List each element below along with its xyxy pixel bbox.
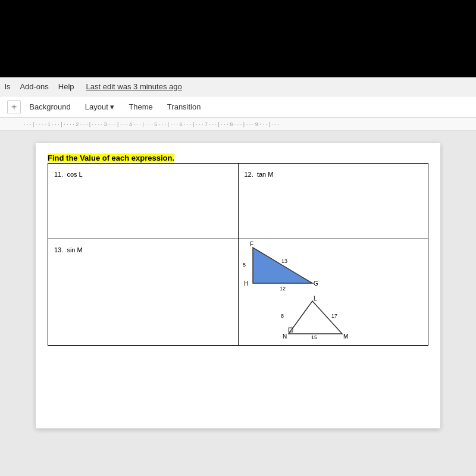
slide-area: Find the Value of each expression. 11. c…	[0, 131, 476, 476]
fh-label: 5	[243, 262, 246, 268]
vertex-L-label: L	[314, 295, 317, 302]
lm-label: 17	[331, 313, 337, 319]
problem-12-content: 12. tan M	[245, 168, 422, 234]
last-edit-label: Last edit was 3 minutes ago	[86, 82, 182, 91]
ruler-marks: · · · | · · · · 1 · · · | · · · · 2 · · …	[24, 121, 279, 127]
vertex-M-label: M	[343, 333, 348, 340]
ln-label: 8	[281, 313, 284, 319]
problem-11-cell: 11. cos L	[48, 164, 239, 239]
background-button[interactable]: Background	[23, 100, 76, 114]
menu-item-help[interactable]: Help	[58, 82, 74, 91]
problem-11-number: 11.	[54, 171, 63, 178]
ruler: · · · | · · · · 1 · · · | · · · · 2 · · …	[0, 118, 476, 131]
vertex-N-label: N	[283, 333, 287, 340]
problem-12-label: 12. tan M	[245, 171, 274, 178]
triangles-cell: F H G 5 12 13 L	[238, 239, 428, 346]
problem-13-expression: sin M	[67, 246, 82, 253]
top-black-bar	[0, 0, 476, 77]
layout-button[interactable]: Layout ▾	[79, 100, 121, 114]
triangle-lnm-svg: L N M 17 8 15	[265, 295, 372, 343]
triangle-fhg-svg: F H G 5 12 13	[241, 242, 348, 295]
problem-11-label: 11. cos L	[54, 171, 83, 178]
theme-button[interactable]: Theme	[123, 100, 158, 114]
menu-item-ls[interactable]: ls	[5, 82, 10, 91]
slide-title: Find the Value of each expression.	[48, 154, 174, 162]
problem-11-expression: cos L	[67, 171, 82, 178]
hg-label: 12	[280, 286, 286, 292]
problems-table: 11. cos L 12. tan M	[48, 163, 428, 346]
problem-13-number: 13.	[54, 246, 63, 253]
vertex-F-label: F	[250, 242, 253, 248]
bottom-row: 13. sin M F H G 5	[48, 239, 428, 346]
triangle-fhg	[253, 248, 312, 283]
problem-12-expression: tan M	[257, 171, 274, 178]
top-row: 11. cos L 12. tan M	[48, 164, 428, 239]
slide: Find the Value of each expression. 11. c…	[36, 143, 440, 428]
problem-13-cell: 13. sin M	[48, 239, 239, 346]
menu-bar: ls Add-ons Help Last edit was 3 minutes …	[0, 77, 476, 96]
vertex-G-label: G	[314, 280, 318, 287]
problem-13-content: 13. sin M	[54, 244, 232, 309]
add-slide-button[interactable]: +	[7, 100, 21, 114]
toolbar: + Background Layout ▾ Theme Transition	[0, 96, 476, 118]
vertex-H-label: H	[244, 280, 248, 287]
problem-12-number: 12.	[245, 171, 253, 178]
problem-11-content: 11. cos L	[54, 168, 232, 234]
menu-item-addons[interactable]: Add-ons	[20, 82, 48, 91]
fg-label: 13	[281, 258, 287, 264]
nm-label: 15	[311, 334, 317, 340]
problem-13-label: 13. sin M	[54, 246, 83, 253]
problem-12-cell: 12. tan M	[238, 164, 428, 239]
transition-button[interactable]: Transition	[161, 100, 207, 114]
